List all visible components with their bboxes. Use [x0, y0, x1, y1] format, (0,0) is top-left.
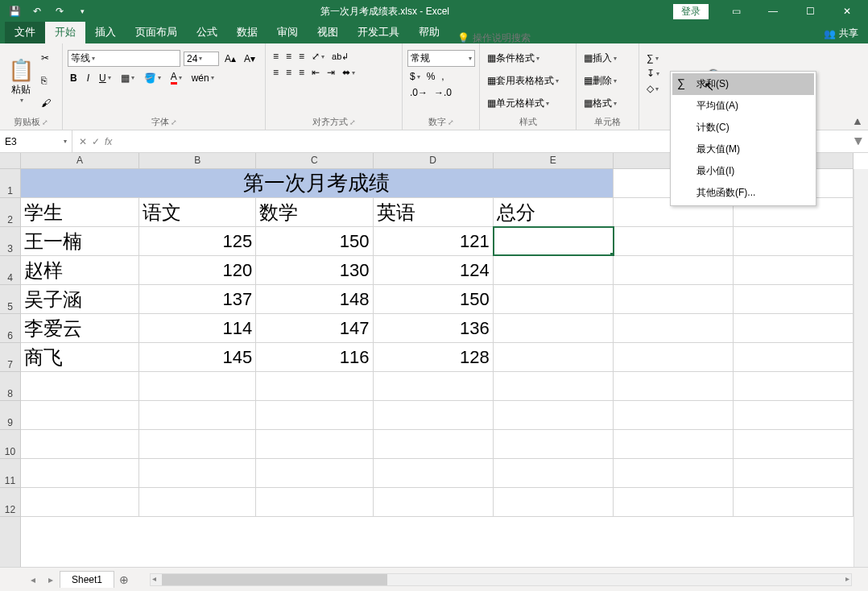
expand-formula-icon[interactable]: ⯆: [849, 130, 868, 152]
row-header-6[interactable]: 6: [0, 314, 20, 343]
cell[interactable]: [21, 459, 139, 487]
col-header-A[interactable]: A: [21, 153, 139, 168]
tell-me-input[interactable]: [473, 32, 553, 43]
cell[interactable]: [139, 459, 256, 487]
menu-more-functions[interactable]: 其他函数(F)...: [672, 182, 814, 204]
grow-font-icon[interactable]: A▴: [222, 52, 238, 65]
font-name-combo[interactable]: 等线▾: [68, 50, 180, 67]
orientation-icon[interactable]: ⤢▾: [309, 50, 327, 63]
cell[interactable]: [256, 488, 373, 516]
dec-decimal-icon[interactable]: →.0: [432, 86, 454, 99]
select-all-corner[interactable]: [0, 153, 21, 169]
cell[interactable]: [734, 488, 854, 516]
paste-button[interactable]: 📋 粘贴 ▾: [5, 47, 37, 114]
cell[interactable]: 128: [374, 343, 494, 371]
cell[interactable]: [734, 372, 854, 400]
conditional-format-button[interactable]: ▦ 条件格式▾: [485, 51, 571, 66]
menu-count[interactable]: 计数(C): [672, 117, 814, 138]
cell[interactable]: [614, 459, 734, 487]
cell[interactable]: [494, 227, 614, 255]
cell[interactable]: [374, 459, 494, 487]
dialog-launcher-icon[interactable]: ⤢: [171, 118, 177, 126]
number-format-combo[interactable]: 常规▾: [407, 50, 475, 67]
percent-icon[interactable]: %: [424, 70, 438, 83]
undo-icon[interactable]: ↶: [27, 2, 47, 21]
cell[interactable]: [734, 343, 854, 371]
cell[interactable]: 吴子涵: [21, 285, 139, 313]
cell[interactable]: 王一楠: [21, 227, 139, 255]
cell[interactable]: [734, 256, 854, 284]
cell[interactable]: [494, 459, 614, 487]
cell[interactable]: 121: [374, 227, 494, 255]
comma-icon[interactable]: ,: [439, 70, 446, 83]
cell[interactable]: 150: [374, 285, 494, 313]
cell[interactable]: 130: [256, 256, 373, 284]
cell[interactable]: [734, 430, 854, 458]
cell[interactable]: 英语: [374, 198, 494, 226]
row-header-12[interactable]: 12: [0, 488, 20, 517]
chevron-down-icon[interactable]: ▾: [64, 138, 67, 145]
sheet-tab[interactable]: Sheet1: [60, 571, 114, 588]
cell[interactable]: 114: [139, 314, 256, 342]
cell-style-button[interactable]: ▦ 单元格样式▾: [485, 96, 571, 111]
menu-min[interactable]: 最小值(I): [672, 160, 814, 182]
autosum-button[interactable]: ∑▾: [644, 52, 662, 64]
cell[interactable]: [494, 401, 614, 429]
cell[interactable]: [614, 372, 734, 400]
cell[interactable]: [614, 256, 734, 284]
cell[interactable]: 148: [256, 285, 373, 313]
indent-icon[interactable]: ⇥: [324, 66, 337, 79]
cell[interactable]: [614, 227, 734, 255]
new-sheet-button[interactable]: ⊕: [114, 573, 134, 586]
copy-icon[interactable]: ⎘: [39, 74, 53, 87]
shrink-font-icon[interactable]: A▾: [242, 52, 258, 65]
align-right-icon[interactable]: ≡: [296, 66, 307, 79]
tab-view[interactable]: 视图: [308, 22, 348, 43]
cell[interactable]: [734, 401, 854, 429]
cell[interactable]: [494, 372, 614, 400]
vertical-scrollbar[interactable]: [854, 169, 868, 567]
font-color-icon[interactable]: A▾: [168, 70, 184, 85]
cell[interactable]: 120: [139, 256, 256, 284]
align-left-icon[interactable]: ≡: [271, 66, 281, 79]
dialog-launcher-icon[interactable]: ⤢: [349, 118, 356, 126]
tab-file[interactable]: 文件: [5, 22, 45, 43]
cell[interactable]: 赵样: [21, 256, 139, 284]
redo-icon[interactable]: ↷: [50, 2, 69, 21]
title-cell[interactable]: 第一次月考成绩: [21, 169, 614, 197]
cell[interactable]: [734, 459, 854, 487]
fill-color-icon[interactable]: 🪣▾: [142, 72, 163, 85]
dialog-launcher-icon[interactable]: ⤢: [42, 118, 48, 126]
login-button[interactable]: 登录: [673, 4, 709, 19]
currency-icon[interactable]: $▾: [407, 70, 423, 83]
bold-button[interactable]: B: [68, 72, 80, 85]
close-icon[interactable]: ✕: [829, 0, 865, 23]
share-button[interactable]: 👥 共享: [814, 23, 868, 43]
delete-cells-button[interactable]: ▦ 删除▾: [581, 73, 634, 89]
row-header-10[interactable]: 10: [0, 430, 20, 459]
row-header-3[interactable]: 3: [0, 227, 20, 256]
cell[interactable]: [374, 488, 494, 516]
cell[interactable]: [21, 372, 139, 400]
cell[interactable]: 124: [374, 256, 494, 284]
cell[interactable]: [256, 430, 373, 458]
cell[interactable]: [734, 285, 854, 313]
cell[interactable]: [256, 372, 373, 400]
qat-customize-icon[interactable]: ▾: [72, 2, 92, 21]
menu-sum[interactable]: ∑求和(S): [672, 73, 814, 95]
tab-home[interactable]: 开始: [45, 22, 85, 43]
tell-me[interactable]: 💡: [457, 32, 553, 43]
tab-insert[interactable]: 插入: [85, 22, 126, 43]
insert-cells-button[interactable]: ▦ 插入▾: [581, 51, 634, 66]
format-painter-icon[interactable]: 🖌: [39, 97, 53, 110]
cell[interactable]: [139, 401, 256, 429]
cell[interactable]: [139, 488, 256, 516]
cell[interactable]: [614, 430, 734, 458]
format-cells-button[interactable]: ▦ 格式▾: [581, 96, 634, 111]
cell[interactable]: [494, 256, 614, 284]
collapse-ribbon-icon[interactable]: ⯅: [854, 118, 862, 126]
cell[interactable]: 116: [256, 343, 373, 371]
maximize-icon[interactable]: ☐: [792, 0, 828, 23]
merge-icon[interactable]: ⬌▾: [340, 66, 358, 79]
cell[interactable]: [139, 372, 256, 400]
